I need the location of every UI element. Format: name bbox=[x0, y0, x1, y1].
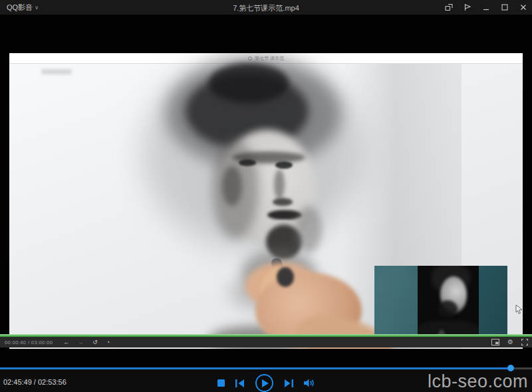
seek-bar-fill bbox=[0, 367, 511, 369]
chevron-down-icon: ∨ bbox=[35, 5, 39, 11]
paper-watermark bbox=[41, 69, 72, 74]
close-icon bbox=[519, 3, 527, 11]
video-display-area[interactable]: 第七节 课示范 bbox=[0, 15, 532, 367]
minimize-button[interactable] bbox=[481, 3, 491, 12]
reference-portrait-photo bbox=[418, 266, 479, 345]
stop-icon bbox=[217, 379, 225, 387]
stop-button[interactable] bbox=[217, 379, 225, 387]
seek-bar-knob[interactable] bbox=[507, 365, 514, 371]
next-icon bbox=[284, 379, 293, 387]
maximize-icon bbox=[501, 3, 509, 11]
app-name-label: QQ影音 bbox=[7, 3, 33, 13]
replay-icon[interactable]: ↺ bbox=[92, 340, 98, 345]
right-eye bbox=[275, 161, 293, 169]
window-titlebar[interactable]: QQ影音 ∨ 7.第七节课示范.mp4 bbox=[0, 0, 532, 15]
play-button[interactable] bbox=[255, 374, 273, 392]
mini-mode-button[interactable] bbox=[444, 3, 454, 12]
pin-on-top-button[interactable] bbox=[463, 3, 472, 12]
pip-icon[interactable] bbox=[491, 336, 499, 348]
clock-icon[interactable]: ◔ bbox=[106, 340, 110, 345]
fullscreen-icon[interactable] bbox=[521, 336, 528, 348]
pin-icon bbox=[464, 3, 471, 11]
previous-icon bbox=[235, 379, 245, 387]
seek-bar[interactable] bbox=[0, 367, 532, 369]
player-control-bar: 02:45:49 / 02:53:56 bbox=[0, 369, 532, 392]
mini-mode-icon bbox=[445, 3, 453, 11]
mouse-cursor bbox=[515, 305, 523, 317]
previous-button[interactable] bbox=[235, 379, 245, 387]
embedded-control-bar: 00:00:40 / 03:00:00 ← → ↺ ◔ ⚙ bbox=[0, 337, 532, 347]
maximize-button[interactable] bbox=[500, 3, 509, 12]
minimize-icon bbox=[482, 3, 490, 11]
volume-icon bbox=[304, 379, 315, 387]
gear-icon[interactable]: ⚙ bbox=[507, 339, 513, 345]
play-icon bbox=[262, 379, 269, 387]
close-button[interactable] bbox=[519, 3, 528, 12]
back-arrow-icon[interactable]: ← bbox=[63, 340, 69, 345]
volume-button[interactable] bbox=[304, 379, 315, 387]
left-eye bbox=[239, 159, 256, 166]
forward-arrow-icon[interactable]: → bbox=[78, 340, 84, 345]
next-button[interactable] bbox=[284, 379, 293, 387]
reference-photo-inset bbox=[374, 266, 507, 345]
embedded-time-display: 00:00:40 / 03:00:00 bbox=[5, 340, 53, 345]
site-watermark: lcb-seo.com bbox=[428, 371, 528, 392]
app-menu[interactable]: QQ影音 ∨ bbox=[7, 3, 39, 13]
